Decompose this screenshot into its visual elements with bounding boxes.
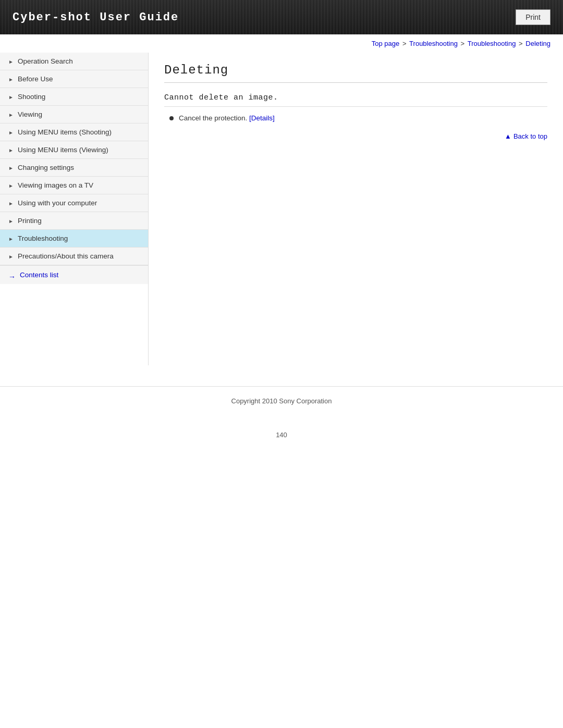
- contents-list-link[interactable]: Contents list: [8, 271, 140, 279]
- sidebar-item-precautions[interactable]: ► Precautions/About this camera: [0, 248, 148, 265]
- section-heading: Cannot delete an image.: [164, 93, 547, 107]
- chevron-right-icon: ►: [8, 77, 14, 82]
- sidebar-item-shooting[interactable]: ► Shooting: [0, 88, 148, 106]
- chevron-right-icon: ►: [8, 236, 14, 241]
- sidebar-label: Viewing: [18, 110, 42, 118]
- sidebar-item-viewing[interactable]: ► Viewing: [0, 106, 148, 124]
- details-link[interactable]: [Details]: [249, 114, 275, 122]
- breadcrumb-troubleshooting-1[interactable]: Troubleshooting: [409, 40, 458, 47]
- sidebar-label: Using MENU items (Viewing): [18, 146, 108, 154]
- chevron-right-icon: ►: [8, 183, 14, 188]
- sidebar-label: Precautions/About this camera: [18, 252, 114, 260]
- breadcrumb-sep-3: >: [519, 40, 524, 47]
- bullet-dot-icon: [169, 116, 174, 120]
- chevron-right-icon: ►: [8, 94, 14, 100]
- contents-list-row: Contents list: [0, 265, 148, 284]
- sidebar-item-operation-search[interactable]: ► Operation Search: [0, 53, 148, 70]
- chevron-right-icon: ►: [8, 130, 14, 135]
- sidebar-item-changing-settings[interactable]: ► Changing settings: [0, 159, 148, 177]
- list-item: Cancel the protection. [Details]: [164, 114, 547, 122]
- sidebar-label: Before Use: [18, 75, 53, 83]
- sidebar-label: Changing settings: [18, 164, 74, 171]
- sidebar-item-troubleshooting[interactable]: ► Troubleshooting: [0, 230, 148, 248]
- arrow-right-icon: [8, 273, 17, 278]
- breadcrumb: Top page > Troubleshooting > Troubleshoo…: [0, 34, 563, 53]
- copyright-text: Copyright 2010 Sony Corporation: [231, 397, 332, 405]
- sidebar-label: Viewing images on a TV: [18, 181, 93, 189]
- back-to-top: ▲Back to top: [164, 132, 547, 140]
- content-area: Deleting Cannot delete an image. Cancel …: [149, 53, 563, 151]
- sidebar-label: Using with your computer: [18, 199, 97, 207]
- sidebar-label: Shooting: [18, 93, 45, 101]
- sidebar-item-before-use[interactable]: ► Before Use: [0, 70, 148, 88]
- bullet-text-content: Cancel the protection.: [179, 114, 249, 122]
- main-layout: ► Operation Search ► Before Use ► Shooti…: [0, 53, 563, 365]
- sidebar-item-viewing-images-tv[interactable]: ► Viewing images on a TV: [0, 177, 148, 194]
- bullet-text: Cancel the protection. [Details]: [179, 114, 275, 122]
- sidebar-label: Printing: [18, 217, 42, 225]
- page-header: Cyber-shot User Guide Print: [0, 0, 563, 34]
- chevron-right-icon: ►: [8, 165, 14, 170]
- triangle-up-icon: ▲: [505, 132, 511, 140]
- breadcrumb-sep-2: >: [460, 40, 466, 47]
- sidebar-item-printing[interactable]: ► Printing: [0, 212, 148, 230]
- page-number: 140: [0, 415, 563, 454]
- breadcrumb-top-page[interactable]: Top page: [372, 40, 400, 47]
- chevron-right-icon: ►: [8, 112, 14, 117]
- chevron-right-icon: ►: [8, 254, 14, 259]
- breadcrumb-troubleshooting-2[interactable]: Troubleshooting: [468, 40, 516, 47]
- sidebar-item-using-with-computer[interactable]: ► Using with your computer: [0, 194, 148, 212]
- sidebar-label: Troubleshooting: [18, 235, 68, 242]
- chevron-right-icon: ►: [8, 201, 14, 206]
- page-title: Deleting: [164, 63, 547, 83]
- site-title: Cyber-shot User Guide: [13, 11, 179, 24]
- breadcrumb-sep-1: >: [402, 40, 408, 47]
- chevron-right-icon: ►: [8, 147, 14, 153]
- contents-list-label: Contents list: [20, 271, 58, 279]
- sidebar-label: Using MENU items (Shooting): [18, 128, 112, 136]
- sidebar-label: Operation Search: [18, 57, 73, 65]
- sidebar: ► Operation Search ► Before Use ► Shooti…: [0, 53, 149, 365]
- breadcrumb-deleting[interactable]: Deleting: [525, 40, 550, 47]
- sidebar-item-using-menu-viewing[interactable]: ► Using MENU items (Viewing): [0, 141, 148, 159]
- back-to-top-link[interactable]: ▲Back to top: [505, 132, 547, 140]
- back-to-top-label: Back to top: [513, 132, 547, 140]
- sidebar-item-using-menu-shooting[interactable]: ► Using MENU items (Shooting): [0, 124, 148, 141]
- footer: Copyright 2010 Sony Corporation: [0, 386, 563, 415]
- chevron-right-icon: ►: [8, 59, 14, 64]
- chevron-right-icon: ►: [8, 218, 14, 224]
- print-button[interactable]: Print: [516, 9, 550, 25]
